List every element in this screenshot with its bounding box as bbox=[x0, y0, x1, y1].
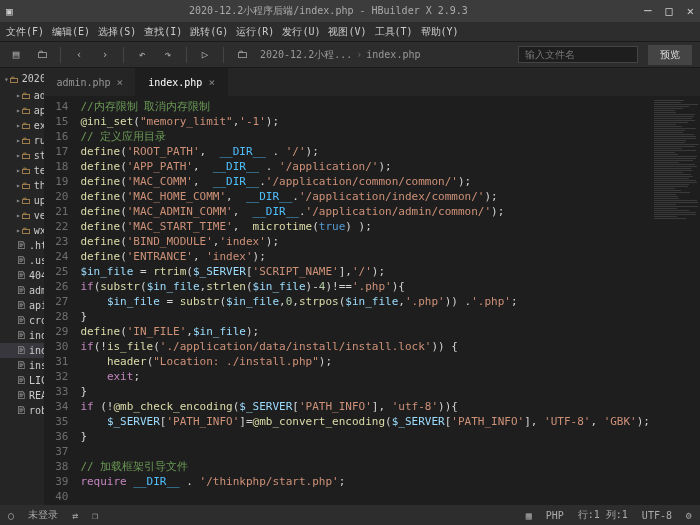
tree-item[interactable]: 🖹.htaccess bbox=[0, 238, 44, 253]
menu-item[interactable]: 跳转(G) bbox=[190, 25, 228, 39]
login-status[interactable]: 未登录 bbox=[28, 508, 58, 522]
statusbar: ◯ 未登录 ⇄ ❐ ▦ PHP 行:1 列:1 UTF-8 ⚙ bbox=[0, 505, 700, 525]
menu-item[interactable]: 选择(S) bbox=[98, 25, 136, 39]
terminal-icon[interactable]: ❐ bbox=[92, 510, 98, 521]
forward-icon[interactable]: › bbox=[97, 47, 113, 63]
menu-item[interactable]: 运行(R) bbox=[236, 25, 274, 39]
menu-item[interactable]: 视图(V) bbox=[328, 25, 366, 39]
search-input[interactable] bbox=[518, 46, 638, 63]
code-content[interactable]: //内存限制 取消内存限制@ini_set("memory_limit",'-1… bbox=[74, 96, 650, 505]
run-icon[interactable]: ▷ bbox=[197, 47, 213, 63]
menu-item[interactable]: 工具(T) bbox=[375, 25, 413, 39]
tree-item[interactable]: ▸🗀runtime bbox=[0, 133, 44, 148]
code-editor[interactable]: 1415161718192021222324252627282930313233… bbox=[44, 96, 700, 505]
breadcrumb[interactable]: 2020-12.2小程...›index.php bbox=[260, 48, 420, 62]
tree-item[interactable]: 🖹.user.ini bbox=[0, 253, 44, 268]
preview-button[interactable]: 预览 bbox=[648, 45, 692, 65]
file-explorer[interactable]: ▾🗀2020-12.2小程序后端▸🗀addons▸🗀application▸🗀e… bbox=[0, 68, 44, 505]
language-indicator[interactable]: PHP bbox=[546, 510, 564, 521]
menubar: 文件(F)编辑(E)选择(S)查找(I)跳转(G)运行(R)发行(U)视图(V)… bbox=[0, 22, 700, 42]
back-icon[interactable]: ‹ bbox=[71, 47, 87, 63]
sync-icon[interactable]: ⇄ bbox=[72, 510, 78, 521]
tree-item[interactable]: ▸🗀vendor bbox=[0, 208, 44, 223]
tree-item[interactable]: ▸🗀upload bbox=[0, 193, 44, 208]
tree-item[interactable]: 🖹index.php bbox=[0, 343, 44, 358]
tab-close-icon[interactable]: × bbox=[208, 76, 215, 89]
toolbar: ▤ 🗀 ‹ › ↶ ↷ ▷ 🗀 2020-12.2小程...›index.php… bbox=[0, 42, 700, 68]
tree-item[interactable]: 🖹robots.txt bbox=[0, 403, 44, 418]
new-file-icon[interactable]: ▤ bbox=[8, 47, 24, 63]
titlebar: ▣ 2020-12.2小程序后端/index.php - HBuilder X … bbox=[0, 0, 700, 22]
grid-icon[interactable]: ▦ bbox=[526, 510, 532, 521]
encoding-indicator[interactable]: UTF-8 bbox=[642, 510, 672, 521]
tab-close-icon[interactable]: × bbox=[117, 76, 124, 89]
tree-item[interactable]: ▸🗀wxApi bbox=[0, 223, 44, 238]
minimize-icon[interactable]: ─ bbox=[644, 4, 651, 18]
undo-icon[interactable]: ↶ bbox=[134, 47, 150, 63]
close-icon[interactable]: ✕ bbox=[687, 4, 694, 18]
maximize-icon[interactable]: □ bbox=[666, 4, 673, 18]
tree-item[interactable]: 🖹crossdomain.xml bbox=[0, 313, 44, 328]
line-gutter: 1415161718192021222324252627282930313233… bbox=[44, 96, 74, 505]
tree-item[interactable]: 🖹admin.php bbox=[0, 283, 44, 298]
open-folder-icon[interactable]: 🗀 bbox=[34, 47, 50, 63]
minimap[interactable] bbox=[650, 96, 700, 505]
cursor-position[interactable]: 行:1 列:1 bbox=[578, 508, 628, 522]
menu-item[interactable]: 编辑(E) bbox=[52, 25, 90, 39]
editor-tab[interactable]: admin.php× bbox=[44, 68, 136, 96]
app-logo-icon: ▣ bbox=[6, 5, 13, 18]
menu-item[interactable]: 文件(F) bbox=[6, 25, 44, 39]
tree-item[interactable]: ▾🗀2020-12.2小程序后端 bbox=[0, 70, 44, 88]
user-icon[interactable]: ◯ bbox=[8, 510, 14, 521]
window-title: 2020-12.2小程序后端/index.php - HBuilder X 2.… bbox=[13, 4, 645, 18]
tree-item[interactable]: 🖹404.html bbox=[0, 268, 44, 283]
tree-item[interactable]: 🖹api.php bbox=[0, 298, 44, 313]
redo-icon[interactable]: ↷ bbox=[160, 47, 176, 63]
menu-item[interactable]: 帮助(Y) bbox=[421, 25, 459, 39]
tree-item[interactable]: 🖹install.php bbox=[0, 358, 44, 373]
tree-item[interactable]: 🖹README.md bbox=[0, 388, 44, 403]
tree-item[interactable]: ▸🗀addons bbox=[0, 88, 44, 103]
tree-item[interactable]: ▸🗀static bbox=[0, 148, 44, 163]
editor-tabs: admin.php×index.php× bbox=[44, 68, 700, 96]
tree-item[interactable]: ▸🗀application bbox=[0, 103, 44, 118]
explorer-icon[interactable]: 🗀 bbox=[234, 47, 250, 63]
settings-icon[interactable]: ⚙ bbox=[686, 510, 692, 521]
editor-tab[interactable]: index.php× bbox=[136, 68, 228, 96]
tree-item[interactable]: 🖹LICENSE bbox=[0, 373, 44, 388]
tree-item[interactable]: ▸🗀extend bbox=[0, 118, 44, 133]
menu-item[interactable]: 查找(I) bbox=[144, 25, 182, 39]
menu-item[interactable]: 发行(U) bbox=[282, 25, 320, 39]
tree-item[interactable]: 🖹index.html bbox=[0, 328, 44, 343]
tree-item[interactable]: ▸🗀template bbox=[0, 163, 44, 178]
tree-item[interactable]: ▸🗀thinkphp bbox=[0, 178, 44, 193]
